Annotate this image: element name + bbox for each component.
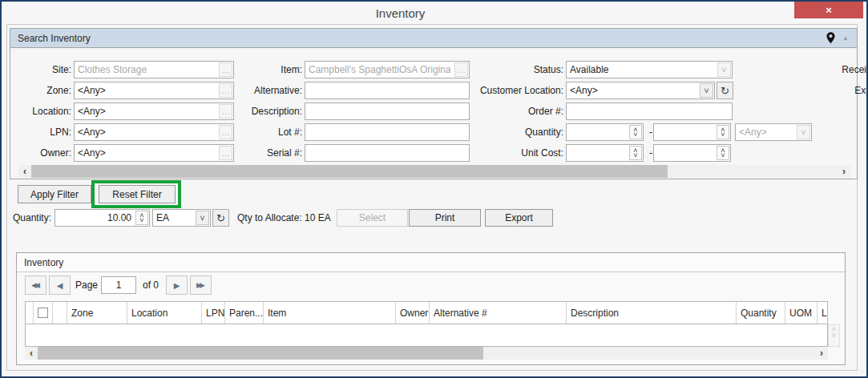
allocation-quantity-field: ˄ ˅ [55, 209, 150, 227]
pager-last-button[interactable]: ▶▶ [190, 275, 212, 295]
select-all-column [34, 302, 53, 324]
first-page-icon: ◀◀ [31, 281, 38, 289]
alternative-input[interactable] [305, 82, 469, 99]
location-pin-icon[interactable] [826, 32, 835, 44]
received-label-clipped: Receiv [830, 61, 868, 78]
pager-prev-button[interactable]: ◀ [49, 275, 71, 295]
zone-input[interactable] [75, 82, 218, 99]
spin-down-icon: ˅ [633, 153, 637, 158]
unit-cost-to-input[interactable] [654, 145, 716, 161]
site-browse-icon[interactable]: … [219, 62, 232, 77]
allocation-quantity-input[interactable] [55, 210, 135, 226]
item-browse-icon[interactable]: … [454, 62, 468, 77]
status-input[interactable] [567, 62, 717, 78]
scroll-right-icon[interactable]: › [838, 165, 850, 178]
page-number-input[interactable] [101, 276, 136, 294]
allocation-uom-refresh-button[interactable]: ↻ [212, 209, 229, 227]
scroll-left-icon[interactable]: ‹ [18, 165, 31, 178]
quantity-unit-combo: ˅ [735, 123, 812, 141]
prev-page-icon: ◀ [57, 281, 63, 290]
quantity-to-field: ˄ ˅ [653, 123, 731, 141]
grid-vertical-scrollbar[interactable]: ˄ ˅ [828, 324, 840, 347]
select-all-checkbox[interactable] [38, 308, 48, 318]
page-label: Page [75, 275, 98, 295]
description-input[interactable] [305, 103, 469, 119]
column-header-uom[interactable]: UOM [785, 302, 818, 324]
expiration-label-clipped: Exp [830, 82, 868, 99]
location-field: … [74, 103, 234, 120]
quantity-to-stepper[interactable]: ˄ ˅ [717, 125, 729, 139]
serial-label: Serial #: [240, 144, 302, 162]
order-input[interactable] [567, 103, 732, 119]
quantity-unit-input[interactable] [736, 124, 796, 140]
column-header-parent[interactable]: Paren... [225, 302, 264, 324]
owner-browse-icon[interactable]: … [219, 146, 232, 160]
site-input[interactable] [75, 62, 218, 78]
item-input[interactable] [305, 62, 454, 78]
location-input[interactable] [75, 103, 218, 119]
qty-to-allocate-text: Qty to Allocate: 10 EA [237, 209, 331, 227]
spin-down-icon: ˅ [633, 132, 637, 137]
column-header-description[interactable]: Description [567, 302, 737, 324]
lpn-input[interactable] [75, 124, 218, 140]
reset-filter-button[interactable]: Reset Filter [99, 185, 176, 203]
scroll-right-icon[interactable]: › [815, 347, 828, 360]
lot-input[interactable] [305, 124, 469, 140]
quantity-from-field: ˄ ˅ [566, 123, 644, 141]
close-button[interactable]: × [794, 2, 863, 18]
select-button[interactable]: Select [337, 209, 408, 227]
expander-column [53, 302, 67, 324]
customer-location-refresh-button[interactable]: ↻ [717, 82, 733, 99]
status-dropdown-icon[interactable]: ˅ [717, 62, 731, 77]
collapse-panel-icon[interactable]: ▲ [842, 34, 849, 42]
customer-location-label: Customer Location: [475, 82, 563, 99]
grid-scrollbar-thumb[interactable] [38, 347, 483, 360]
column-header-quantity[interactable]: Quantity [737, 302, 785, 324]
unit-cost-from-stepper[interactable]: ˄ ˅ [629, 146, 642, 160]
column-header-location[interactable]: Location [127, 302, 202, 324]
scroll-left-icon[interactable]: ‹ [25, 347, 38, 360]
print-button[interactable]: Print [409, 209, 481, 227]
site-label: Site: [10, 61, 71, 78]
zone-browse-icon[interactable]: … [219, 83, 232, 98]
column-header-zone[interactable]: Zone [67, 302, 127, 324]
allocation-uom-combo: ˅ [152, 209, 211, 227]
allocation-uom-input[interactable] [153, 210, 195, 226]
customer-location-input[interactable] [567, 82, 699, 99]
search-scrollbar-thumb[interactable] [31, 165, 668, 178]
column-header-alternative[interactable]: Alternative # [430, 302, 567, 324]
refresh-icon: ↻ [216, 212, 225, 224]
column-header-clipped[interactable]: L [818, 302, 829, 324]
serial-input[interactable] [305, 145, 469, 161]
unit-cost-to-stepper[interactable]: ˄ ˅ [717, 146, 729, 160]
pager-next-button[interactable]: ▶ [166, 275, 188, 295]
quantity-from-input[interactable] [567, 124, 628, 140]
quantity-to-input[interactable] [654, 124, 716, 140]
grid-horizontal-scrollbar[interactable]: ‹ › [25, 347, 828, 360]
column-header-owner[interactable]: Owner [396, 302, 430, 324]
allocation-uom-dropdown-icon[interactable]: ˅ [196, 211, 209, 225]
status-label: Status: [475, 61, 563, 78]
search-horizontal-scrollbar[interactable]: ‹ › [18, 165, 850, 178]
pager-first-button[interactable]: ◀◀ [25, 275, 46, 295]
allocation-quantity-stepper[interactable]: ˄ ˅ [135, 211, 148, 225]
unit-cost-label: Unit Cost: [475, 144, 563, 162]
customer-location-dropdown-icon[interactable]: ˅ [700, 83, 713, 98]
item-label: Item: [240, 61, 302, 78]
inventory-window: Inventory × Search Inventory ▲ Site: Zon… [0, 0, 868, 378]
apply-filter-button[interactable]: Apply Filter [18, 185, 91, 203]
order-field [566, 103, 733, 120]
row-indicator-column [26, 302, 34, 324]
export-button[interactable]: Export [485, 209, 553, 227]
scroll-down-icon[interactable]: ˅ [832, 332, 836, 339]
quantity-from-stepper[interactable]: ˄ ˅ [629, 125, 642, 139]
owner-input[interactable] [75, 145, 218, 161]
inventory-grid-group: Inventory ◀◀ ◀ Page of 0 ▶ ▶▶ Zone [16, 252, 846, 365]
quantity-unit-dropdown-icon[interactable]: ˅ [797, 125, 810, 139]
location-browse-icon[interactable]: … [219, 104, 232, 119]
unit-cost-from-input[interactable] [567, 145, 628, 161]
column-header-lpn[interactable]: LPN [202, 302, 225, 324]
column-header-item[interactable]: Item [264, 302, 396, 324]
lpn-browse-icon[interactable]: … [219, 125, 232, 139]
lpn-label: LPN: [10, 123, 71, 141]
